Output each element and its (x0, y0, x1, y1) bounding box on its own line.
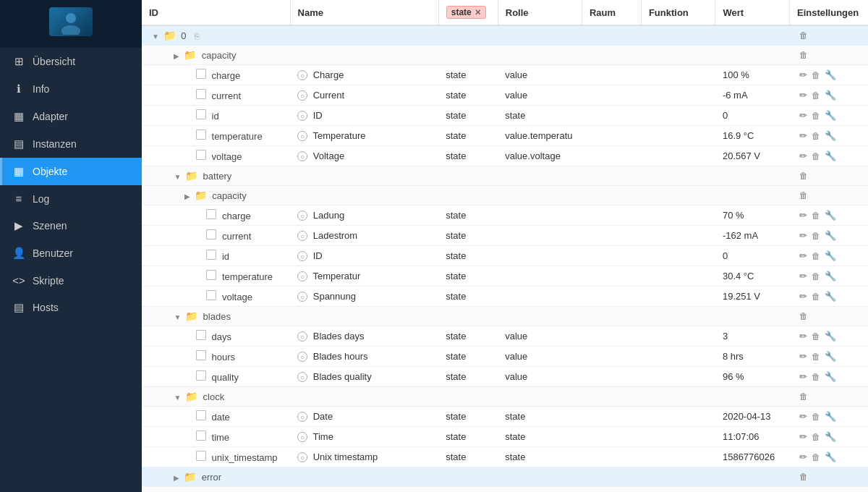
table-row[interactable]: voltage ○ Voltage state value.voltage 20… (142, 146, 868, 166)
sidebar-item-instanzen[interactable]: ▤Instanzen (0, 130, 142, 158)
edit-button[interactable]: ✏ (797, 370, 809, 383)
delete-button[interactable]: 🗑 (809, 351, 822, 362)
delete-button[interactable]: 🗑 (797, 471, 810, 483)
config-button[interactable]: 🔧 (822, 150, 838, 162)
delete-button[interactable]: 🗑 (809, 210, 822, 221)
config-button[interactable]: 🔧 (822, 270, 838, 282)
delete-button[interactable]: 🗑 (809, 331, 822, 342)
delete-button[interactable]: 🗑 (809, 431, 822, 443)
edit-button[interactable]: ✏ (797, 290, 809, 302)
edit-button[interactable]: ✏ (797, 109, 809, 122)
sidebar-item-adapter[interactable]: ▦Adapter (0, 103, 142, 130)
config-button[interactable]: 🔧 (822, 109, 838, 122)
config-button[interactable]: 🔧 (822, 330, 838, 342)
sidebar-item-szenen[interactable]: ▶Szenen (0, 212, 142, 239)
table-row[interactable]: ▼ 📁 blades 🗑 (142, 307, 868, 326)
delete-button[interactable]: 🗑 (797, 170, 810, 182)
edit-button[interactable]: ✏ (797, 130, 809, 142)
table-row[interactable]: id ○ ID state state 0 ✏🗑🔧 (142, 106, 868, 126)
delete-button[interactable]: 🗑 (797, 190, 810, 201)
config-button[interactable]: 🔧 (822, 451, 838, 463)
table-row[interactable]: time ○ Time state state 11:07:06 ✏🗑🔧 (142, 427, 868, 447)
table-row[interactable]: ▼ 📁 battery 🗑 (142, 166, 868, 186)
table-row[interactable]: ▶ 📁 error 🗑 (142, 467, 868, 487)
sidebar-item-hosts[interactable]: ▤Hosts (0, 294, 142, 321)
sidebar-item-uebersicht[interactable]: ⊞Übersicht (0, 48, 142, 75)
expand-icon[interactable]: ▼ (174, 173, 181, 181)
edit-button[interactable]: ✏ (797, 430, 809, 443)
expand-icon[interactable]: ▶ (174, 52, 179, 60)
table-row[interactable]: days ○ Blades days state value 3 ✏🗑🔧 (142, 326, 868, 347)
delete-button[interactable]: 🗑 (809, 451, 822, 463)
delete-button[interactable]: 🗑 (809, 411, 822, 423)
table-row[interactable]: charge ○ Ladung state 70 % ✏🗑🔧 (142, 205, 868, 226)
delete-button[interactable]: 🗑 (797, 30, 810, 41)
config-button[interactable]: 🔧 (822, 229, 838, 242)
edit-button[interactable]: ✏ (797, 69, 809, 81)
edit-button[interactable]: ✏ (797, 229, 809, 242)
config-button[interactable]: 🔧 (822, 430, 838, 443)
config-button[interactable]: 🔧 (822, 209, 838, 221)
edit-button[interactable]: ✏ (797, 410, 809, 423)
expand-icon[interactable]: ▶ (184, 192, 190, 200)
delete-button[interactable]: 🗑 (809, 271, 822, 282)
table-row[interactable]: ▶ 📁 capacity 🗑 (142, 46, 868, 65)
delete-button[interactable]: 🗑 (809, 230, 822, 242)
sidebar-item-info[interactable]: ℹInfo (0, 75, 142, 103)
table-row[interactable]: unix_timestamp ○ Unix timestamp state st… (142, 447, 868, 467)
delete-button[interactable]: 🗑 (809, 90, 822, 101)
edit-button[interactable]: ✏ (797, 270, 809, 282)
edit-button[interactable]: ✏ (797, 89, 809, 101)
edit-button[interactable]: ✏ (797, 209, 809, 221)
table-row[interactable]: ▼ 📁 clock 🗑 (142, 387, 868, 407)
expand-icon[interactable]: ▶ (174, 474, 179, 482)
config-button[interactable]: 🔧 (822, 69, 838, 81)
table-row[interactable]: temperature ○ Temperature state value.te… (142, 126, 868, 146)
table-row[interactable]: voltage ○ Spannung state 19.251 V ✏🗑🔧 (142, 287, 868, 307)
edit-button[interactable]: ✏ (797, 350, 809, 362)
table-row[interactable]: date ○ Date state state 2020-04-13 ✏🗑🔧 (142, 407, 868, 427)
config-button[interactable]: 🔧 (822, 250, 838, 262)
delete-button[interactable]: 🗑 (809, 291, 822, 302)
copy-icon[interactable]: ⎘ (195, 32, 200, 41)
config-button[interactable]: 🔧 (822, 410, 838, 423)
expand-icon[interactable]: ▼ (174, 394, 181, 402)
table-row[interactable]: current ○ Current state value -6 mA ✏🗑🔧 (142, 85, 868, 106)
config-button[interactable]: 🔧 (822, 350, 838, 362)
table-row[interactable]: hours ○ Blades hours state value 8 hrs ✏… (142, 347, 868, 367)
delete-button[interactable]: 🗑 (809, 250, 822, 262)
table-row[interactable]: ▶ 📁 extension 🗑 (142, 487, 868, 493)
sidebar-item-objekte[interactable]: ▦Objekte (0, 158, 142, 185)
expand-icon[interactable]: ▼ (174, 313, 181, 321)
state-filter[interactable]: state ✕ (446, 6, 486, 19)
chevron-icon[interactable]: ▼ (152, 33, 159, 41)
delete-button[interactable]: 🗑 (797, 49, 810, 61)
edit-button[interactable]: ✏ (797, 451, 809, 463)
delete-button[interactable]: 🗑 (809, 371, 822, 383)
table-row[interactable]: current ○ Ladestrom state -162 mA ✏🗑🔧 (142, 226, 868, 246)
config-button[interactable]: 🔧 (822, 370, 838, 383)
delete-button[interactable]: 🗑 (797, 310, 810, 322)
edit-button[interactable]: ✏ (797, 330, 809, 342)
delete-button[interactable]: 🗑 (809, 130, 822, 142)
sidebar-item-benutzer[interactable]: 👤Benutzer (0, 239, 142, 267)
table-row[interactable]: ▶ 📁 capacity 🗑 (142, 186, 868, 205)
config-button[interactable]: 🔧 (822, 89, 838, 101)
sidebar-item-log[interactable]: ≡Log (0, 185, 142, 212)
delete-button[interactable]: 🗑 (797, 391, 810, 402)
table-row[interactable]: id ○ ID state 0 ✏🗑🔧 (142, 246, 868, 266)
delete-button[interactable]: 🗑 (809, 150, 822, 162)
config-button[interactable]: 🔧 (822, 130, 838, 142)
table-row[interactable]: quality ○ Blades quality state value 96 … (142, 367, 868, 387)
delete-button[interactable]: 🗑 (809, 110, 822, 122)
table-row[interactable]: ▼ 📁 0 ⎘ 🗑 (142, 25, 868, 46)
table-container[interactable]: ID Name state ✕ Rolle Raum Funktion Wert… (142, 0, 868, 492)
sidebar-item-skripte[interactable]: <>Skripte (0, 267, 142, 294)
edit-button[interactable]: ✏ (797, 150, 809, 162)
table-row[interactable]: temperature ○ Temperatur state 30.4 °C ✏… (142, 266, 868, 287)
config-button[interactable]: 🔧 (822, 290, 838, 302)
edit-button[interactable]: ✏ (797, 250, 809, 262)
delete-button[interactable]: 🗑 (809, 69, 822, 81)
table-row[interactable]: charge ○ Charge state value 100 % ✏🗑🔧 (142, 65, 868, 85)
state-filter-close[interactable]: ✕ (475, 8, 481, 17)
